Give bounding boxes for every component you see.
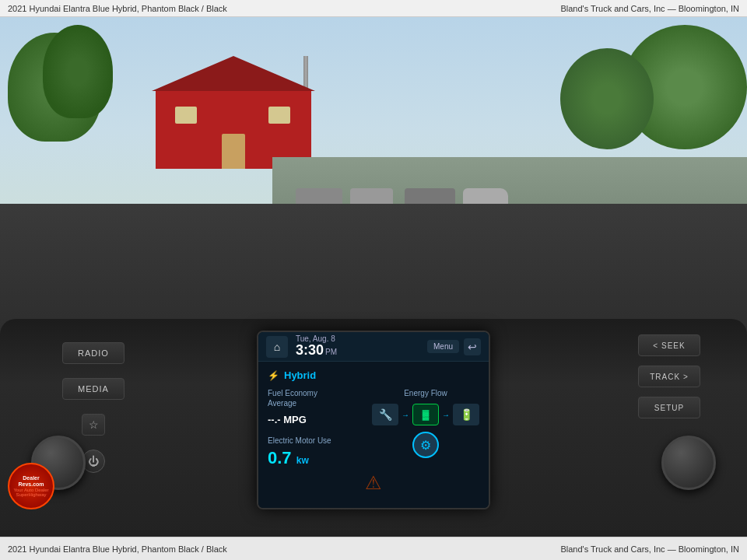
kw-display: 0.7 kw [268, 448, 364, 468]
energy-icons-row: 🔧 → ▓ → 🔋 [372, 404, 479, 425]
engine-icon-box: 🔧 [372, 404, 398, 425]
mpg-display: --.- MPG [268, 414, 364, 425]
wheel-icon-box: ⚙ [412, 432, 439, 458]
setup-button[interactable]: SETUP [638, 397, 700, 418]
dashboard: RADIO MEDIA ☆ ⏻ ⌂ Tue, Aug. 8 3:30 PM Me… [0, 319, 747, 537]
energy-arrow-1: → [402, 411, 409, 419]
favorite-button[interactable]: ☆ [82, 414, 105, 436]
bottom-bar: 2021 Hyundai Elantra Blue Hybrid, Phanto… [0, 537, 747, 560]
charge-icon: 🔋 [460, 408, 473, 421]
screen-datetime: Tue, Aug. 8 3:30 PM [296, 334, 427, 359]
dealer-revs-watermark: Dealer Revs.com Your Auto Dealer SuperHi… [8, 463, 54, 509]
screen-content: Fuel Economy Average --.- MPG Electric M… [268, 389, 479, 468]
electric-motor-label: Electric Motor Use [268, 436, 364, 445]
screen-time: 3:30 [296, 343, 324, 359]
top-bar: 2021 Hyundai Elantra Blue Hybrid, Phanto… [0, 0, 747, 17]
building-window-2 [268, 107, 290, 124]
bottom-bar-title-right: Bland's Truck and Cars, Inc — Bloomingto… [374, 544, 739, 554]
tuner-knob[interactable] [661, 436, 716, 490]
fuel-economy-label: Fuel Economy [268, 389, 364, 397]
home-button[interactable]: ⌂ [266, 336, 288, 358]
hybrid-label: Hybrid [284, 369, 316, 381]
tree-left-2 [39, 25, 117, 149]
mpg-value: --.- MPG [268, 414, 307, 425]
top-bar-title-left: 2021 Hyundai Elantra Blue Hybrid, Phanto… [8, 4, 374, 13]
top-bar-title-right: Bland's Truck and Cars, Inc — Bloomingto… [374, 4, 739, 13]
kw-unit: kw [296, 455, 309, 466]
screen-header-right: Menu ↩ [427, 338, 481, 355]
charge-icon-box: 🔋 [453, 404, 479, 425]
average-label: Average [268, 399, 364, 408]
wheel-icon: ⚙ [420, 438, 431, 453]
watermark-circle: Dealer Revs.com Your Auto Dealer SuperHi… [8, 463, 54, 509]
screen-ampm: PM [325, 348, 337, 356]
tree-canopy-left-2 [43, 25, 113, 118]
battery-icon-box: ▓ [412, 404, 439, 425]
bottom-bar-title-left: 2021 Hyundai Elantra Blue Hybrid, Phanto… [8, 544, 374, 554]
building-roof [152, 56, 315, 91]
kw-value: 0.7 [268, 448, 292, 467]
screen-right-column: Energy Flow 🔧 → ▓ → 🔋 [372, 389, 479, 468]
watermark-subtext: Your Auto Dealer SuperHighway [9, 488, 53, 497]
battery-icon: ▓ [423, 409, 430, 420]
radio-button[interactable]: RADIO [62, 342, 124, 364]
energy-flow-label: Energy Flow [404, 389, 447, 397]
seek-button[interactable]: < SEEK [638, 334, 700, 356]
watermark-text: Dealer Revs.com Your Auto Dealer SuperHi… [9, 475, 53, 498]
hybrid-icon: ⚡ [268, 370, 279, 381]
tree-canopy-right-2 [560, 48, 654, 149]
track-button[interactable]: TRACK > [638, 366, 700, 387]
warning-icon: ⚠ [365, 472, 382, 493]
menu-button[interactable]: Menu [427, 340, 459, 353]
hybrid-title-row: ⚡ Hybrid [268, 369, 479, 381]
building-door [222, 134, 245, 169]
media-button[interactable]: MEDIA [62, 378, 124, 400]
hazard-warning: ⚠ [365, 472, 382, 494]
building-window-1 [175, 107, 197, 124]
screen-header: ⌂ Tue, Aug. 8 3:30 PM Menu ↩ [258, 332, 489, 362]
screen-left-column: Fuel Economy Average --.- MPG Electric M… [268, 389, 364, 468]
dashboard-right-controls: < SEEK TRACK > SETUP [638, 334, 700, 418]
engine-icon: 🔧 [379, 408, 392, 421]
watermark-line1: Dealer Revs.com [9, 475, 53, 488]
energy-arrow-2: → [442, 411, 450, 419]
back-button[interactable]: ↩ [464, 338, 481, 355]
photo-area: RADIO MEDIA ☆ ⏻ ⌂ Tue, Aug. 8 3:30 PM Me… [0, 17, 747, 537]
